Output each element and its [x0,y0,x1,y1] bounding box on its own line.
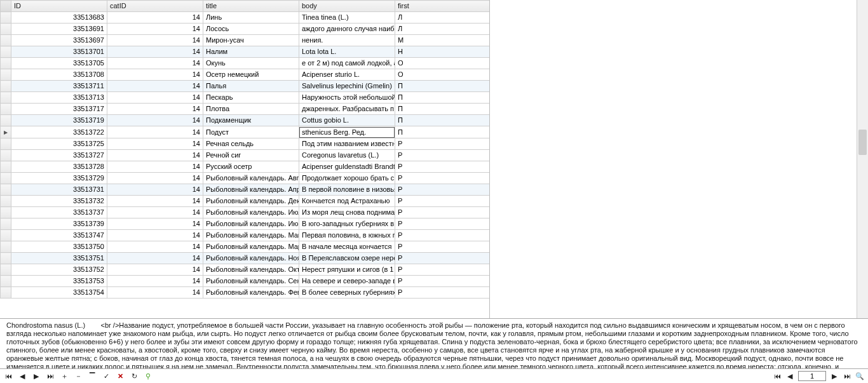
cell-first[interactable]: Р [395,184,491,196]
cell-body[interactable]: В начале месяца кончается [299,241,395,253]
cell-title[interactable]: Рыболовный календарь. Мар [203,241,299,253]
table-row[interactable]: 3351375014Рыболовный календарь. МарВ нач… [1,241,491,253]
cell-catid[interactable]: 14 [107,161,203,173]
cell-body[interactable]: Нерест ряпушки и сигов (в 1 [299,264,395,276]
table-row[interactable]: 3351375114Рыболовный календарь. НояВ Пер… [1,253,491,264]
nav-bookmark-button[interactable]: ⚲ [144,372,153,380]
cell-first[interactable]: П [395,81,491,92]
row-handle[interactable] [1,12,11,24]
nav-prev-button[interactable]: ◀ [18,372,27,380]
nav2-next-button[interactable]: ▶ [830,372,839,380]
cell-title[interactable]: Речная сельдь [203,138,299,150]
table-row[interactable]: 3351369714Мирон-усачнения.М [1,35,491,46]
nav-first-button[interactable]: ⏮ [4,372,13,380]
cell-first[interactable]: Л [395,12,491,24]
table-row[interactable]: 3351370514Окунье от 2 м) под самой лодко… [1,58,491,69]
cell-title[interactable]: Рыболовный календарь. Июн [203,218,299,230]
nav-next-button[interactable]: ▶ [32,372,41,380]
cell-id[interactable]: 33513719 [11,115,107,126]
cell-title[interactable]: Рыболовный календарь. Фев [203,287,299,299]
cell-body[interactable]: нения. [299,35,395,46]
cell-first[interactable]: Р [395,138,491,150]
cell-first[interactable]: Р [395,196,491,207]
cell-body[interactable]: Наружность этой небольшой [299,92,395,104]
row-handle[interactable] [1,230,11,241]
table-row[interactable]: 3351369114Лососьаждого данного случая на… [1,24,491,35]
nav-filter-button[interactable]: 🔍 [855,372,864,380]
cell-catid[interactable]: 14 [107,173,203,184]
row-handle[interactable] [1,184,11,196]
cell-title[interactable]: Русский осетр [203,161,299,173]
cell-first[interactable]: О [395,58,491,69]
record-number-input[interactable]: 1 [798,371,826,381]
row-handle[interactable] [1,264,11,276]
row-handle[interactable] [1,276,11,287]
cell-catid[interactable]: 14 [107,81,203,92]
table-row[interactable]: 3351373214Рыболовный календарь. ДекКонча… [1,196,491,207]
table-row[interactable]: 3351371114ПальяSalvelinus lepechini (Gme… [1,81,491,92]
row-handle[interactable] [1,104,11,115]
cell-body[interactable]: В первой половине в низовья [299,184,395,196]
cell-first[interactable]: Р [395,150,491,161]
cell-catid[interactable]: 14 [107,69,203,81]
cell-catid[interactable]: 14 [107,276,203,287]
cell-catid[interactable]: 14 [107,138,203,150]
table-row[interactable]: 3351371914ПодкаменщикCottus gobio L.П [1,115,491,126]
col-header-catid[interactable]: catID [107,1,203,12]
cell-first[interactable]: Р [395,207,491,218]
cell-id[interactable]: 33513705 [11,58,107,69]
cell-body[interactable]: Под этим названием известны [299,138,395,150]
cell-first[interactable]: П [395,126,491,138]
row-handle[interactable] [1,81,11,92]
cell-first[interactable]: Р [395,276,491,287]
cell-title[interactable]: Подкаменщик [203,115,299,126]
cell-body[interactable]: Coregonus lavaretus (L.) [299,150,395,161]
cell-id[interactable]: 33513683 [11,12,107,24]
table-row[interactable]: 3351375314Рыболовный календарь. СенНа се… [1,276,491,287]
cell-catid[interactable]: 14 [107,241,203,253]
cell-id[interactable]: 33513697 [11,35,107,46]
cell-id[interactable]: 33513713 [11,92,107,104]
row-handle[interactable] [1,138,11,150]
cell-body[interactable]: Acipenser guldenstadti Brandt [299,161,395,173]
row-handle[interactable] [1,69,11,81]
vertical-scrollbar[interactable] [857,0,868,318]
cell-title[interactable]: Подуст [203,126,299,138]
cell-id[interactable]: 33513717 [11,104,107,115]
table-row[interactable]: 3351368314ЛиньTinea tinea (L.)Л [1,12,491,24]
nav-delete-button[interactable]: － [74,372,83,380]
cell-body[interactable]: В юго-западных губерниях в [299,218,395,230]
cell-body[interactable]: Tinea tinea (L.) [299,12,395,24]
table-row[interactable]: 3351373114Рыболовный календарь. АпрВ пер… [1,184,491,196]
cell-catid[interactable]: 14 [107,287,203,299]
nav-post-button[interactable]: ✓ [102,372,111,380]
cell-id[interactable]: 33513751 [11,253,107,264]
cell-id[interactable]: 33513754 [11,287,107,299]
cell-catid[interactable]: 14 [107,264,203,276]
cell-body[interactable]: В более северных губерниях [299,287,395,299]
cell-id[interactable]: 33513711 [11,81,107,92]
cell-catid[interactable]: 14 [107,35,203,46]
row-handle[interactable] [1,253,11,264]
row-handle[interactable] [1,115,11,126]
table-row[interactable]: 3351372214Подустsthenicus Berg. Ред.П [1,126,491,138]
row-handle[interactable] [1,196,11,207]
cell-body[interactable]: аждого данного случая наиб [299,24,395,35]
cell-id[interactable]: 33513747 [11,230,107,241]
cell-first[interactable]: Н [395,46,491,58]
row-handle[interactable] [1,92,11,104]
cell-body[interactable]: джаренных. Разбрасывать п [299,104,395,115]
table-row[interactable]: 3351371314ПескарьНаружность этой небольш… [1,92,491,104]
col-header-id[interactable]: ID [11,1,107,12]
cell-catid[interactable]: 14 [107,24,203,35]
cell-title[interactable]: Окунь [203,58,299,69]
cell-id[interactable]: 33513722 [11,126,107,138]
row-handle[interactable] [1,35,11,46]
table-row[interactable]: 3351370114НалимLota lota L.Н [1,46,491,58]
table-row[interactable]: 3351373914Рыболовный календарь. ИюнВ юго… [1,218,491,230]
cell-id[interactable]: 33513732 [11,196,107,207]
cell-first[interactable]: П [395,115,491,126]
cell-catid[interactable]: 14 [107,126,203,138]
cell-first[interactable]: Р [395,218,491,230]
cell-body[interactable]: Salvelinus lepechini (Gmelin) [299,81,395,92]
